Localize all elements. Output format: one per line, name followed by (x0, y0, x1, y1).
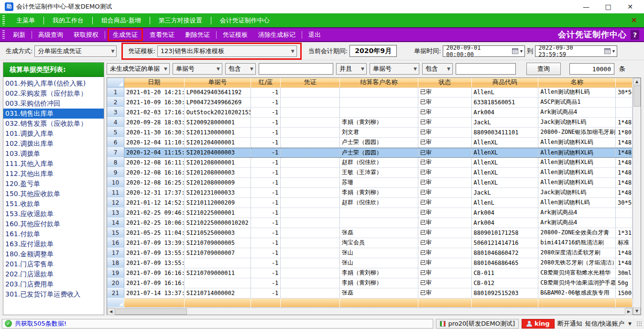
table-row-7[interactable]: 72020-12-04 11:15:42SI201204000003-1卢士荣（… (107, 148, 633, 158)
table-row-9[interactable]: 92020-12-08 16:16:23SI201208000003-1王敏（王… (107, 168, 633, 178)
sidebar-item-16[interactable]: 161.付款单 (3, 229, 104, 239)
sidebar-item-17[interactable]: 163.应付退款单 (3, 239, 104, 249)
sidebar-item-20[interactable]: 202.门店退款单 (3, 269, 104, 279)
op2-select[interactable]: 包含▼ (422, 63, 453, 75)
sidebar-item-15[interactable]: 160.其他应付款单 (3, 219, 104, 229)
toolbar-item-3[interactable]: 获取授权 (68, 29, 104, 41)
sidebar-item-9[interactable]: 111.其他入库单 (3, 159, 104, 169)
sidebar-item-8[interactable]: 103.调拨单 (3, 149, 104, 159)
date-to-picker[interactable]: 2022-09-30 23:59:59 ▼ (535, 45, 617, 57)
toolbar-item-8[interactable]: 清除生成标记 (253, 29, 301, 41)
table-row-19[interactable]: 192021-07-09 16:16:57SI210709000011-1李娟（… (107, 268, 633, 278)
sidebar-item-5[interactable]: 032.销售发票（应收款单） (3, 119, 104, 129)
sidebar-item-10[interactable]: 112.其他出库单 (3, 169, 104, 179)
sidebar-item-4[interactable]: 031.销售出库单 (3, 109, 104, 119)
menu-item-4[interactable]: 第三方对接设置 (150, 13, 211, 27)
column-header-doc-no[interactable]: 单据号 (185, 78, 251, 88)
table-row-14[interactable]: 142021-02-25 10:06:03SI2102250000010202-… (107, 218, 633, 228)
scope-select[interactable]: 未生成凭证的单据▼ (107, 63, 170, 75)
menu-close-icon[interactable]: ✕ (624, 16, 644, 25)
menu-drag-grip-icon[interactable] (2, 15, 5, 25)
toolbar-item-7[interactable]: 凭证模板 (218, 29, 253, 41)
toolbar-item-9[interactable]: 退出 (303, 29, 326, 41)
sidebar-item-3[interactable]: 003.采购估价冲回 (3, 99, 104, 109)
table-row-6[interactable]: 62020-12-04 11:10:34SI201204000001-1卢士荣（… (107, 138, 633, 148)
close-button[interactable]: ✕ (619, 0, 641, 13)
field2-select[interactable]: 单据号▼ (370, 63, 419, 75)
template-select[interactable]: 123|销售出库标准模板 ▼ (157, 45, 297, 57)
sidebar-item-7[interactable]: 102.调拨出库单 (3, 139, 104, 149)
toolbar-item-5[interactable]: 查看凭证 (144, 29, 180, 41)
search-button[interactable]: 查询 (526, 63, 561, 75)
column-header-product-name[interactable]: 名称 (538, 78, 616, 88)
table-row-17[interactable]: 172021-07-09 13:55:01SI210709000007-1张山已… (107, 248, 633, 258)
sidebar-item-6[interactable]: 101.调拨入库单 (3, 129, 104, 139)
menu-item-3[interactable]: 组合商品-新增 (93, 13, 150, 27)
table-row-11[interactable]: 112020-12-31 17:37:22SI201231000033-1李娟（… (107, 188, 633, 198)
sidebar-item-11[interactable]: 120.盈亏单 (3, 179, 104, 189)
toolbar-item-1[interactable]: 刷新 (8, 29, 31, 41)
column-header-product-code[interactable]: 商品代码 (472, 78, 539, 88)
table-row-10[interactable]: 102020-12-08 16:25:39SI201208000009-1苏珊已… (107, 178, 633, 188)
sidebar-item-19[interactable]: 201.门店零售单 (3, 259, 104, 269)
date-from-picker[interactable]: 2020-09-01 00:00:00 ▼ (443, 45, 525, 57)
menu-item-5[interactable]: 会计凭证制作中心 (211, 13, 278, 27)
sidebar-item-18[interactable]: 180.金额调整单 (3, 249, 104, 259)
vertical-scroll-thumb[interactable] (633, 86, 641, 107)
table-row-16[interactable]: 162021-07-09 13:39:58SI210709000005-1淘宝会… (107, 238, 633, 248)
filter-input-2[interactable] (456, 63, 516, 75)
table-row-2[interactable]: 22021-10-09 16:30:18LP00472349966269-1已审… (107, 98, 633, 108)
user-badge[interactable]: king (522, 319, 555, 329)
table-row-12[interactable]: 122021-01-12 14:52:52SI210112000209-1赵群（… (107, 198, 633, 208)
sidebar-item-12[interactable]: 150.其他应收款单 (3, 189, 104, 199)
table-row-15[interactable]: 152021-05-25 11:04:34SI210525000003-1张磊已… (107, 228, 633, 238)
table-row-1[interactable]: 12021-01-20 14:21:07LP00429403641192-1已审… (107, 88, 633, 98)
toolbar-drag-grip-icon[interactable] (2, 30, 5, 39)
column-header-customer[interactable]: 结算客户名称 (340, 78, 418, 88)
column-header-status[interactable]: 状态 (418, 78, 472, 88)
table-row-20[interactable]: 202021-07-09 16:16:57-1李娟（黄刘柳）已审CB-012CB… (107, 278, 633, 288)
column-header-red-blue[interactable]: 红/蓝 (251, 78, 281, 88)
table-row-21[interactable]: 212021-07-14 13:37:37SI210714000002-1张磊已… (107, 288, 633, 298)
maximize-button[interactable]: □ (597, 0, 619, 13)
scroll-left-icon[interactable]: ◀ (107, 308, 115, 315)
toolbar-item-2[interactable]: 高级查询 (33, 29, 68, 41)
minimize-button[interactable]: — (575, 0, 597, 13)
toolbar-item-4[interactable]: 生成凭证 (108, 28, 143, 41)
sidebar-item-1[interactable]: 001.外购入库单(估价入账) (3, 78, 104, 88)
field1-select[interactable]: 单据号▼ (173, 63, 222, 75)
table-row-3[interactable]: 32021-02-03 17:16:49OutStock202102021535… (107, 108, 633, 118)
scroll-up-icon[interactable]: ▲ (633, 78, 641, 85)
disconnect-notify-link[interactable]: 断开通知 (557, 319, 582, 328)
menu-item-1[interactable]: 主菜单 (8, 13, 44, 27)
resize-grip-icon[interactable] (636, 321, 642, 327)
sidebar-item-22[interactable]: 301.已发货订单运费收入 (3, 289, 104, 299)
chevron-down-icon[interactable]: ▼ (628, 321, 632, 326)
scroll-down-icon[interactable]: ▼ (633, 307, 641, 315)
horizontal-scroll-thumb[interactable] (115, 308, 187, 315)
column-header-date[interactable]: 日期 (124, 78, 185, 88)
sms-express-account-link[interactable]: 短信/快递账户 (585, 319, 624, 328)
toolbar-item-6[interactable]: 删除凭证 (180, 29, 215, 41)
table-row-18[interactable]: 182021-07-09 13:55:01-1张山已审8801046886465… (107, 258, 633, 268)
op1-select[interactable]: 包含▼ (225, 63, 256, 75)
scroll-right-icon[interactable]: ▶ (625, 308, 633, 315)
menu-item-2[interactable]: 我的工作台 (44, 13, 92, 27)
table-row-5[interactable]: 52020-11-30 16:30:58SI201130000001-1刘文君已… (107, 128, 633, 138)
help-icon[interactable]: ? (631, 30, 639, 40)
and-or-select[interactable]: 并且▼ (336, 63, 367, 75)
sidebar-item-14[interactable]: 153.应收退款单 (3, 209, 104, 219)
select-all-cell[interactable] (107, 78, 124, 88)
generate-mode-select[interactable]: 分单据生成凭证 ▼ (34, 45, 117, 57)
horizontal-scrollbar[interactable]: ◀ ▶ (107, 307, 633, 315)
table-row-8[interactable]: 82020-12-08 16:11:32SI201208000001-1赵群（倪… (107, 158, 633, 168)
sidebar-item-21[interactable]: 203.门店费用单 (3, 279, 104, 289)
vertical-scrollbar[interactable]: ▲ ▼ (633, 78, 641, 315)
column-header-spec[interactable] (616, 78, 633, 88)
table-row-13[interactable]: 132021-02-25 09:46:30SI210225000001-1已审A… (107, 208, 633, 218)
row-limit-input[interactable] (569, 63, 614, 75)
sidebar-item-2[interactable]: 002.采购发票（应付款单） (3, 88, 104, 99)
sidebar-item-13[interactable]: 151.收款单 (3, 199, 104, 209)
table-row-4[interactable]: 42020-09-28 18:03:00SI200928000001-1李娟（黄… (107, 118, 633, 128)
column-header-voucher[interactable]: 凭证 (281, 78, 340, 88)
